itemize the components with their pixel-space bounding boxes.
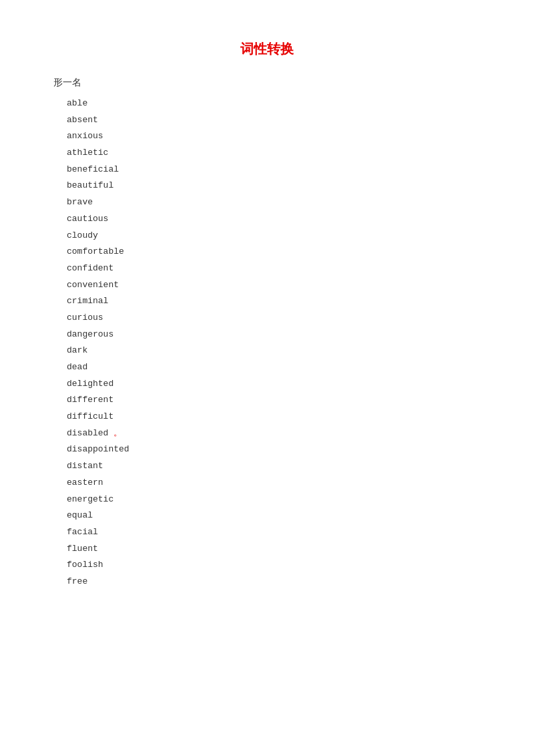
list-item: different (53, 392, 481, 409)
list-item: anxious (53, 128, 481, 145)
list-item: delighted (53, 376, 481, 393)
list-item: disappointed (53, 441, 481, 458)
list-item: dark (53, 343, 481, 359)
list-item: comfortable (53, 244, 481, 260)
list-item: free (53, 574, 481, 590)
list-item: distant (53, 458, 481, 475)
list-item: curious (53, 310, 481, 327)
list-item: absent (53, 112, 481, 129)
word-list: ableabsentanxiousathleticbeneficialbeaut… (53, 96, 481, 590)
list-item: eastern (53, 475, 481, 492)
list-item: facial (53, 524, 481, 541)
list-item: convenient (53, 277, 481, 294)
section-heading: 形一名 (53, 77, 481, 89)
list-item: beautiful (53, 178, 481, 194)
list-item: dead (53, 359, 481, 376)
list-item: brave (53, 194, 481, 211)
list-item: equal (53, 508, 481, 524)
list-item: confident (53, 260, 481, 277)
list-item: foolish (53, 557, 481, 574)
list-item: criminal (53, 293, 481, 310)
list-item: athletic (53, 145, 481, 162)
list-item: cloudy (53, 228, 481, 244)
list-item: fluent (53, 541, 481, 558)
list-item: difficult (53, 409, 481, 425)
list-item: disabled 。 (53, 425, 481, 442)
list-item: dangerous (53, 327, 481, 343)
list-item: energetic (53, 492, 481, 508)
list-item: beneficial (53, 162, 481, 178)
list-item: able (53, 96, 481, 112)
page-title: 词性转换 (53, 40, 481, 58)
list-item: cautious (53, 211, 481, 228)
